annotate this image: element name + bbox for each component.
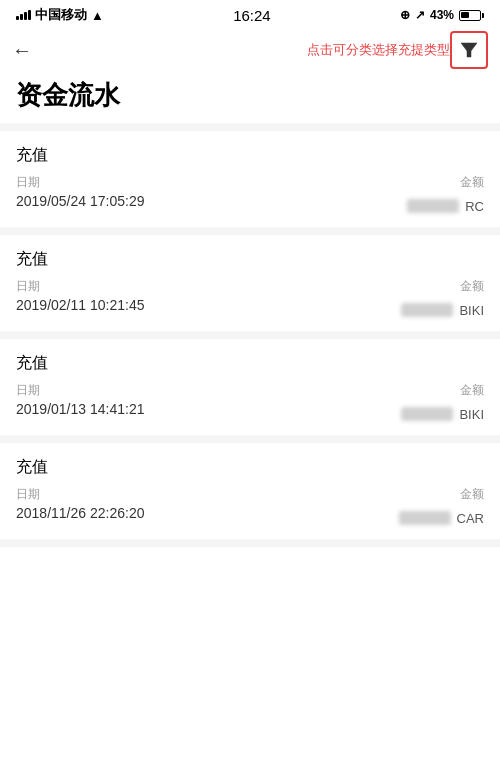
transactions-list: 充值 日期 金额 2019/05/24 17:05:29 RC 充值 日期 金额…: [0, 123, 500, 547]
carrier-label: 中国移动: [35, 6, 87, 24]
page-title: 资金流水: [0, 72, 500, 123]
date-label-3: 日期: [16, 486, 40, 503]
separator-end: [0, 539, 500, 547]
status-left: 中国移动 ▲: [16, 6, 104, 24]
amount-label-3: 金额: [460, 486, 484, 503]
amount-area-1: BIKI: [401, 303, 484, 318]
location-icon: ⊕: [400, 8, 410, 22]
filter-icon: [459, 40, 479, 60]
blurred-amount-3: [399, 511, 451, 525]
tooltip-text: 点击可分类选择充提类型: [307, 41, 450, 59]
nav-tooltip: 点击可分类选择充提类型: [40, 28, 450, 72]
amount-area-3: CAR: [399, 511, 484, 526]
amount-label-2: 金额: [460, 382, 484, 399]
separator-1: [0, 227, 500, 235]
separator-3: [0, 435, 500, 443]
date-label-0: 日期: [16, 174, 40, 191]
amount-label-1: 金额: [460, 278, 484, 295]
nav-bar: ← 点击可分类选择充提类型: [0, 28, 500, 72]
transaction-row-values-2: 2019/01/13 14:41:21 BIKI: [16, 401, 484, 427]
back-button[interactable]: ←: [12, 35, 40, 66]
transaction-type-2: 充值: [16, 353, 484, 374]
date-value-1: 2019/02/11 10:21:45: [16, 297, 144, 313]
signal-icon: [16, 10, 31, 20]
wifi-icon: ▲: [91, 8, 104, 23]
blurred-amount-2: [401, 407, 453, 421]
amount-area-2: BIKI: [401, 407, 484, 422]
amount-area-0: RC: [407, 199, 484, 214]
transaction-row-labels-2: 日期 金额: [16, 382, 484, 399]
transaction-row-values-3: 2018/11/26 22:26:20 CAR: [16, 505, 484, 531]
separator-0: [0, 123, 500, 131]
transaction-row-labels-3: 日期 金额: [16, 486, 484, 503]
blurred-amount-0: [407, 199, 459, 213]
date-label-2: 日期: [16, 382, 40, 399]
signal-arrow-icon: ↗: [415, 8, 425, 22]
transaction-type-3: 充值: [16, 457, 484, 478]
currency-1: BIKI: [459, 303, 484, 318]
transaction-row-labels-1: 日期 金额: [16, 278, 484, 295]
transaction-row-labels-0: 日期 金额: [16, 174, 484, 191]
separator-2: [0, 331, 500, 339]
date-label-1: 日期: [16, 278, 40, 295]
transaction-row-values-0: 2019/05/24 17:05:29 RC: [16, 193, 484, 219]
battery-percent: 43%: [430, 8, 454, 22]
transaction-row-values-1: 2019/02/11 10:21:45 BIKI: [16, 297, 484, 323]
filter-button[interactable]: [450, 31, 488, 69]
currency-2: BIKI: [459, 407, 484, 422]
amount-label-0: 金额: [460, 174, 484, 191]
transaction-0: 充值 日期 金额 2019/05/24 17:05:29 RC: [0, 131, 500, 227]
transaction-1: 充值 日期 金额 2019/02/11 10:21:45 BIKI: [0, 235, 500, 331]
transaction-3: 充值 日期 金额 2018/11/26 22:26:20 CAR: [0, 443, 500, 539]
status-time: 16:24: [233, 7, 271, 24]
currency-0: RC: [465, 199, 484, 214]
transaction-type-0: 充值: [16, 145, 484, 166]
date-value-3: 2018/11/26 22:26:20: [16, 505, 144, 521]
blurred-amount-1: [401, 303, 453, 317]
date-value-2: 2019/01/13 14:41:21: [16, 401, 144, 417]
transaction-2: 充值 日期 金额 2019/01/13 14:41:21 BIKI: [0, 339, 500, 435]
transaction-type-1: 充值: [16, 249, 484, 270]
status-right: ⊕ ↗ 43%: [400, 8, 484, 22]
battery-icon: [459, 10, 484, 21]
currency-3: CAR: [457, 511, 484, 526]
status-bar: 中国移动 ▲ 16:24 ⊕ ↗ 43%: [0, 0, 500, 28]
date-value-0: 2019/05/24 17:05:29: [16, 193, 144, 209]
